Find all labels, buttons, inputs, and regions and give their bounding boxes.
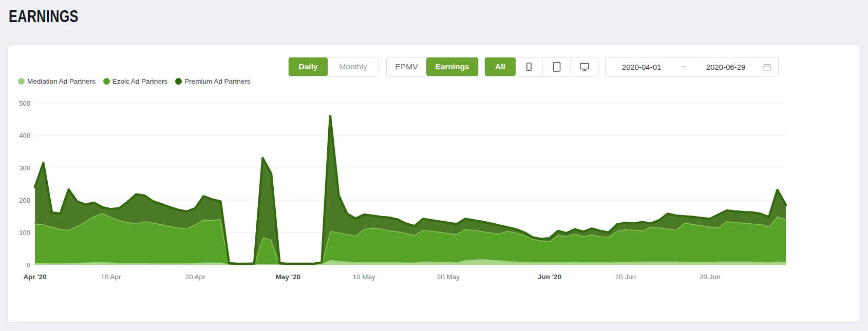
y-axis-label: 500 [19,100,30,107]
epmv-button[interactable]: EPMV [387,57,426,76]
device-filter-group: All [484,57,599,76]
legend-item-premium-ad-partners[interactable]: Premium Ad Partners [175,77,250,85]
legend-dot-mediation [18,78,25,85]
x-axis-label: 20 Apr [185,273,206,281]
device-desktop-button[interactable] [570,57,598,76]
x-axis-label: 10 Jun [615,273,636,281]
x-axis-label: 20 Jun [700,273,721,281]
legend-dot-ezoic [103,78,110,85]
legend-item-ezoic-ad-partners[interactable]: Ezoic Ad Partners [103,77,167,85]
metric-toggle-group: EPMV Earnings [386,57,479,76]
x-axis-label: 20 May [437,273,460,281]
y-axis-label: 400 [19,132,30,140]
date-range-picker: 2020-04-01 ~ 2020-06-29 [605,57,779,76]
y-axis-label: 0 [27,261,30,269]
earnings-card: Daily Monthly EPMV Earnings All [8,45,860,322]
device-tablet-button[interactable] [542,57,570,76]
legend-dot-premium [175,78,182,85]
mobile-icon [523,61,535,72]
date-range-separator: ~ [677,63,690,71]
calendar-icon[interactable] [763,63,771,71]
x-axis-label: 10 May [353,273,376,281]
y-axis-label: 300 [19,164,30,172]
earnings-button[interactable]: Earnings [426,57,478,76]
chart-legend: Mediation Ad Partners Ezoic Ad Partners … [18,77,250,85]
x-axis-label: Apr '20 [23,273,46,281]
legend-item-mediation-ad-partners[interactable]: Mediation Ad Partners [18,77,96,85]
end-date-field[interactable]: 2020-06-29 [690,63,762,71]
earnings-chart[interactable]: 0100200300400500Apr '2010 Apr20 AprMay '… [8,96,860,291]
device-all-button[interactable]: All [485,57,516,76]
x-axis-label: 10 Apr [101,273,121,281]
page-title: EARNINGS [9,6,79,26]
legend-label: Mediation Ad Partners [27,77,96,85]
monthly-button[interactable]: Monthly [328,57,379,76]
desktop-icon [578,61,591,73]
legend-label: Premium Ad Partners [184,77,250,85]
x-axis-label: Jun '20 [538,273,561,281]
y-axis-label: 100 [19,229,30,237]
start-date-field[interactable]: 2020-04-01 [606,63,677,71]
period-toggle-group: Daily Monthly [288,57,379,76]
x-axis-label: May '20 [276,273,300,281]
y-axis-label: 200 [19,197,30,204]
daily-button[interactable]: Daily [289,57,328,76]
device-mobile-button[interactable] [516,57,542,76]
tablet-icon [551,61,563,73]
legend-label: Ezoic Ad Partners [112,77,167,85]
